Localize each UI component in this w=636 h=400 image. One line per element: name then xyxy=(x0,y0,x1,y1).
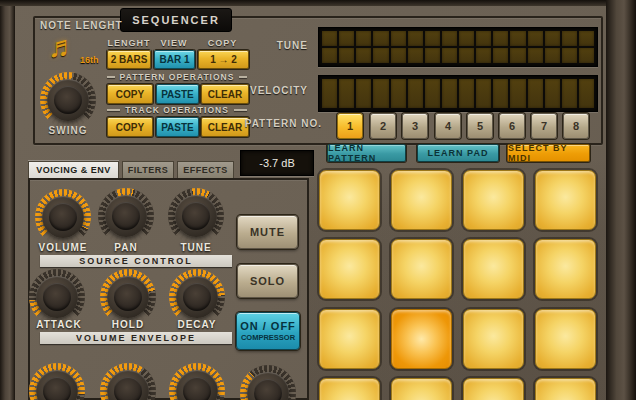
learn-pad-button[interactable]: LEARN PAD xyxy=(417,144,499,162)
pattern-button-5[interactable]: 5 xyxy=(467,113,493,139)
led-cell xyxy=(528,79,543,108)
pattern-button-1[interactable]: 1 xyxy=(337,113,363,139)
volume-knob[interactable] xyxy=(35,189,91,245)
velocity-led-display[interactable] xyxy=(318,75,598,112)
led-cell xyxy=(425,79,440,108)
pattern-button-3[interactable]: 3 xyxy=(402,113,428,139)
led-cell xyxy=(476,79,491,108)
drum-pad-8[interactable] xyxy=(535,239,596,299)
left-bezel xyxy=(0,0,15,400)
led-cell xyxy=(442,79,457,108)
compressor-on-off-button[interactable]: ON / OFF COMPRESSOR xyxy=(236,312,300,350)
length-button[interactable]: 2 BARS xyxy=(107,50,151,69)
mute-button[interactable]: MUTE xyxy=(237,215,298,249)
note-length-value: 16th xyxy=(80,55,99,65)
drum-pad-15[interactable] xyxy=(463,378,524,400)
sixteenth-note-icon: ♬ xyxy=(48,30,78,64)
led-cell xyxy=(493,48,508,63)
led-cell xyxy=(442,48,457,63)
led-cell xyxy=(391,48,406,63)
led-cell xyxy=(391,79,406,108)
compressor-knob[interactable] xyxy=(240,365,296,400)
drum-pad-6[interactable] xyxy=(391,239,452,299)
drum-pad-5[interactable] xyxy=(319,239,380,299)
led-cell xyxy=(408,79,423,108)
view-button[interactable]: BAR 1 xyxy=(154,50,195,69)
led-cell xyxy=(459,48,474,63)
drum-pad-13[interactable] xyxy=(319,378,380,400)
pan-knob[interactable] xyxy=(98,188,154,244)
led-cell xyxy=(391,31,406,46)
select-by-midi-button[interactable]: SELECT BY MIDI xyxy=(507,144,590,162)
led-cell xyxy=(562,79,577,108)
led-cell xyxy=(442,31,457,46)
tab-effects[interactable]: EFFECTS xyxy=(177,161,234,178)
led-cell xyxy=(339,48,354,63)
attack-knob[interactable] xyxy=(29,269,85,325)
led-cell xyxy=(579,79,594,108)
led-cell xyxy=(356,79,371,108)
led-cell xyxy=(322,31,337,46)
tune-knob-label: TUNE xyxy=(161,242,231,253)
drum-pad-10[interactable] xyxy=(391,309,452,369)
solo-button[interactable]: SOLO xyxy=(237,264,298,298)
pan-knob-label: PAN xyxy=(91,242,161,253)
hold-knob-label: HOLD xyxy=(93,319,163,330)
tab-filters[interactable]: FILTERS xyxy=(122,161,174,178)
decay-knob-label: DECAY xyxy=(162,319,232,330)
led-cell xyxy=(339,79,354,108)
drum-pad-2[interactable] xyxy=(391,170,452,230)
tab-voicing-env[interactable]: VOICING & ENV xyxy=(28,161,119,178)
pattern-button-7[interactable]: 7 xyxy=(531,113,557,139)
led-cell xyxy=(322,79,337,108)
led-cell xyxy=(545,31,560,46)
pattern-operations-header: PATTERN OPERATIONS xyxy=(107,72,247,82)
envelope-knob-3[interactable] xyxy=(169,363,225,400)
volume-knob-label: VOLUME xyxy=(28,242,98,253)
envelope-knob-2[interactable] xyxy=(100,363,156,400)
drum-pad-12[interactable] xyxy=(535,309,596,369)
pattern-paste-button[interactable]: PASTE xyxy=(156,84,199,104)
pattern-button-4[interactable]: 4 xyxy=(435,113,461,139)
tune-led-display[interactable] xyxy=(318,27,598,67)
db-level-display: -3.7 dB xyxy=(240,150,314,176)
led-cell xyxy=(356,31,371,46)
led-cell xyxy=(510,48,525,63)
track-operations-header: TRACK OPERATIONS xyxy=(107,105,247,115)
drum-pad-9[interactable] xyxy=(319,309,380,369)
pattern-button-6[interactable]: 6 xyxy=(499,113,525,139)
led-cell xyxy=(425,48,440,63)
hold-knob[interactable] xyxy=(100,269,156,325)
envelope-knob-1[interactable] xyxy=(29,363,85,400)
drum-pad-4[interactable] xyxy=(535,170,596,230)
led-cell xyxy=(562,31,577,46)
pattern-copy-button[interactable]: COPY xyxy=(107,84,153,104)
led-cell xyxy=(579,48,594,63)
led-cell xyxy=(528,48,543,63)
swing-knob[interactable] xyxy=(40,72,96,128)
led-cell xyxy=(373,48,388,63)
drum-pad-11[interactable] xyxy=(463,309,524,369)
track-copy-button[interactable]: COPY xyxy=(107,117,153,137)
copy-bar-button[interactable]: 1 → 2 xyxy=(198,50,249,69)
drum-pad-16[interactable] xyxy=(535,378,596,400)
learn-pattern-button[interactable]: LEARN PATTERN xyxy=(327,144,406,162)
drum-pad-1[interactable] xyxy=(319,170,380,230)
tune-knob[interactable] xyxy=(168,188,224,244)
sequencer-title: SEQUENCER xyxy=(120,8,232,32)
led-cell xyxy=(493,79,508,108)
drum-pad-7[interactable] xyxy=(463,239,524,299)
led-cell xyxy=(373,31,388,46)
drum-pad-3[interactable] xyxy=(463,170,524,230)
right-bezel xyxy=(606,0,636,400)
led-cell xyxy=(493,31,508,46)
led-cell xyxy=(528,31,543,46)
led-cell xyxy=(562,48,577,63)
drum-pad-14[interactable] xyxy=(391,378,452,400)
pattern-button-8[interactable]: 8 xyxy=(563,113,589,139)
pattern-button-2[interactable]: 2 xyxy=(370,113,396,139)
track-paste-button[interactable]: PASTE xyxy=(156,117,199,137)
led-cell xyxy=(408,48,423,63)
led-cell xyxy=(476,31,491,46)
decay-knob[interactable] xyxy=(169,269,225,325)
